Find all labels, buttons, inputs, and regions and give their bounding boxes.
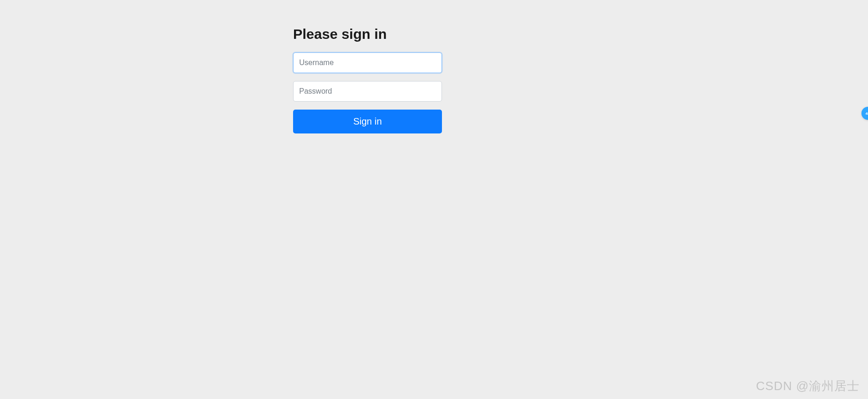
page-title: Please sign in bbox=[293, 26, 442, 42]
login-form: Please sign in Sign in bbox=[293, 26, 442, 133]
username-input[interactable] bbox=[293, 52, 442, 73]
sign-in-button[interactable]: Sign in bbox=[293, 110, 442, 133]
password-input[interactable] bbox=[293, 81, 442, 102]
watermark-text: CSDN @渝州居士 bbox=[756, 378, 860, 394]
badge-label: 4M bbox=[865, 111, 868, 116]
floating-badge[interactable]: 4M bbox=[861, 107, 868, 120]
